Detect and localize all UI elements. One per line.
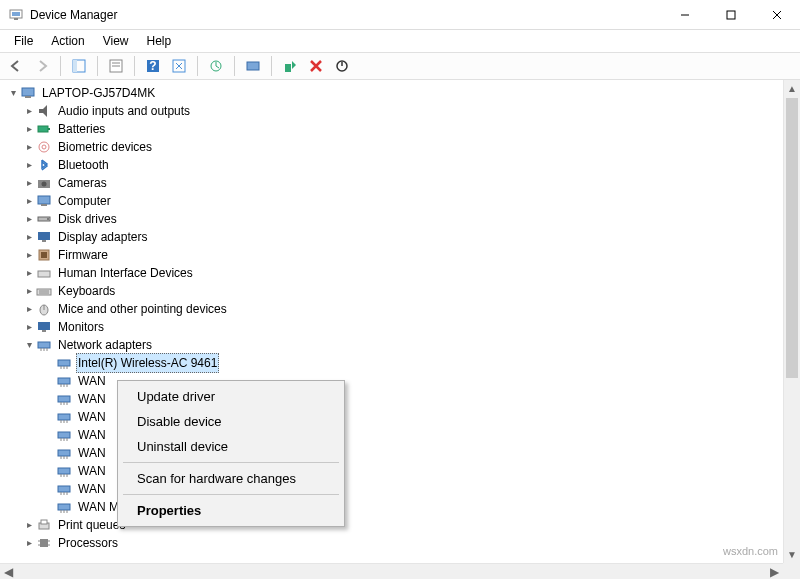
caret-right-icon[interactable]: ▸ <box>22 230 36 244</box>
menubar: File Action View Help <box>0 30 800 52</box>
caret-right-icon[interactable]: ▸ <box>22 266 36 280</box>
scan-hardware-button[interactable] <box>241 54 265 78</box>
category-icon <box>36 193 52 209</box>
minimize-button[interactable] <box>662 0 708 30</box>
refresh-button[interactable] <box>167 54 191 78</box>
forward-button[interactable] <box>30 54 54 78</box>
properties-button[interactable] <box>104 54 128 78</box>
menu-view[interactable]: View <box>95 32 137 50</box>
category-mice-and-other-pointing-devices[interactable]: ▸Mice and other pointing devices <box>2 300 798 318</box>
svg-rect-16 <box>247 62 259 70</box>
separator <box>271 56 272 76</box>
maximize-button[interactable] <box>708 0 754 30</box>
category-firmware[interactable]: ▸Firmware <box>2 246 798 264</box>
menu-file[interactable]: File <box>6 32 41 50</box>
update-driver-button[interactable] <box>204 54 228 78</box>
category-label: Batteries <box>56 120 107 138</box>
category-human-interface-devices[interactable]: ▸Human Interface Devices <box>2 264 798 282</box>
separator <box>134 56 135 76</box>
uninstall-device-button[interactable] <box>304 54 328 78</box>
category-processors[interactable]: ▸Processors <box>2 534 798 552</box>
svg-rect-32 <box>42 240 46 242</box>
menu-action[interactable]: Action <box>43 32 92 50</box>
category-label: Firmware <box>56 246 110 264</box>
context-disable-device[interactable]: Disable device <box>121 409 341 434</box>
scroll-left-arrow[interactable]: ◀ <box>4 565 13 579</box>
window-title: Device Manager <box>30 8 662 22</box>
svg-rect-1 <box>12 12 20 16</box>
svg-rect-22 <box>48 128 50 130</box>
device-row[interactable]: ▸Intel(R) Wireless-AC 9461 <box>2 354 798 372</box>
context-scan-hardware[interactable]: Scan for hardware changes <box>121 466 341 491</box>
caret-right-icon[interactable]: ▸ <box>22 320 36 334</box>
category-icon <box>36 157 52 173</box>
caret-right-icon[interactable]: ▸ <box>22 284 36 298</box>
enable-device-button[interactable] <box>278 54 302 78</box>
caret-right-icon[interactable]: ▸ <box>22 302 36 316</box>
category-bluetooth[interactable]: ▸Bluetooth <box>2 156 798 174</box>
category-network-adapters[interactable]: ▾Network adapters <box>2 336 798 354</box>
caret-right-icon[interactable]: ▸ <box>22 194 36 208</box>
svg-rect-19 <box>22 88 34 96</box>
vertical-scrollbar[interactable]: ▲ ▼ <box>783 80 800 563</box>
computer-icon <box>20 85 36 101</box>
tree-root[interactable]: ▾LAPTOP-GJ57D4MK <box>2 84 798 102</box>
network-adapter-icon <box>56 463 72 479</box>
category-biometric-devices[interactable]: ▸Biometric devices <box>2 138 798 156</box>
svg-rect-28 <box>41 204 47 206</box>
category-icon <box>36 247 52 263</box>
context-uninstall-device[interactable]: Uninstall device <box>121 434 341 459</box>
caret-right-icon[interactable]: ▸ <box>22 248 36 262</box>
disable-device-button[interactable] <box>330 54 354 78</box>
category-icon <box>36 139 52 155</box>
svg-rect-4 <box>727 11 735 19</box>
caret-right-icon[interactable]: ▸ <box>22 212 36 226</box>
caret-right-icon[interactable]: ▸ <box>22 158 36 172</box>
svg-rect-80 <box>58 504 70 510</box>
back-button[interactable] <box>4 54 28 78</box>
category-monitors[interactable]: ▸Monitors <box>2 318 798 336</box>
caret-right-icon[interactable]: ▸ <box>22 104 36 118</box>
caret-right-icon[interactable]: ▸ <box>22 122 36 136</box>
svg-text:?: ? <box>149 59 156 73</box>
svg-rect-52 <box>58 378 70 384</box>
help-button[interactable]: ? <box>141 54 165 78</box>
network-adapter-icon <box>56 391 72 407</box>
device-label: WAN <box>76 408 108 426</box>
caret-right-icon[interactable]: ▸ <box>22 518 36 532</box>
category-audio-inputs-and-outputs[interactable]: ▸Audio inputs and outputs <box>2 102 798 120</box>
svg-rect-27 <box>38 196 50 204</box>
caret-down-icon[interactable]: ▾ <box>22 338 36 352</box>
network-adapter-icon <box>56 499 72 515</box>
caret-right-icon[interactable]: ▸ <box>22 176 36 190</box>
category-icon <box>36 535 52 551</box>
show-hide-tree-button[interactable] <box>67 54 91 78</box>
context-update-driver[interactable]: Update driver <box>121 384 341 409</box>
svg-rect-34 <box>41 252 47 258</box>
caret-right-icon[interactable]: ▸ <box>22 536 36 550</box>
close-button[interactable] <box>754 0 800 30</box>
caret-down-icon[interactable]: ▾ <box>6 86 20 100</box>
device-label: WAN <box>76 462 108 480</box>
category-batteries[interactable]: ▸Batteries <box>2 120 798 138</box>
caret-right-icon[interactable]: ▸ <box>22 140 36 154</box>
category-computer[interactable]: ▸Computer <box>2 192 798 210</box>
context-properties[interactable]: Properties <box>121 498 341 523</box>
category-keyboards[interactable]: ▸Keyboards <box>2 282 798 300</box>
network-adapter-icon <box>56 409 72 425</box>
scroll-right-arrow[interactable]: ▶ <box>770 565 779 579</box>
category-disk-drives[interactable]: ▸Disk drives <box>2 210 798 228</box>
svg-rect-42 <box>38 322 50 330</box>
svg-rect-72 <box>58 468 70 474</box>
device-label: Intel(R) Wireless-AC 9461 <box>76 353 219 373</box>
scroll-up-arrow[interactable]: ▲ <box>784 80 800 97</box>
svg-rect-64 <box>58 432 70 438</box>
menu-help[interactable]: Help <box>139 32 180 50</box>
category-display-adapters[interactable]: ▸Display adapters <box>2 228 798 246</box>
svg-point-24 <box>42 145 46 149</box>
scroll-down-arrow[interactable]: ▼ <box>784 546 800 563</box>
svg-point-26 <box>42 182 47 187</box>
scroll-thumb[interactable] <box>786 98 798 378</box>
category-cameras[interactable]: ▸Cameras <box>2 174 798 192</box>
horizontal-scrollbar[interactable]: ◀ ▶ <box>0 563 783 579</box>
